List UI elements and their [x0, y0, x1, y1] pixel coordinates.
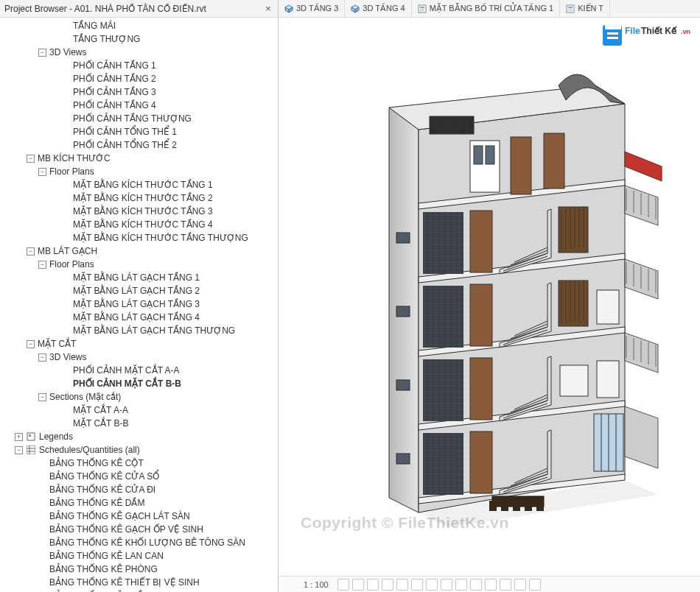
status-bar: 1 : 100	[279, 576, 700, 592]
tree-item[interactable]: BẢNG THỐNG KÊ CỬA SỔ	[3, 470, 278, 483]
tree-item[interactable]: MẶT BẰNG KÍCH THƯỚC TẦNG 2	[3, 191, 278, 205]
tree-group[interactable]: −Sections (Mặt cắt)	[3, 390, 278, 404]
close-icon[interactable]: ×	[263, 4, 273, 14]
tree-item[interactable]: BẢNG THỐNG KÊ LAN CAN	[3, 549, 278, 563]
statusbar-tool-icon[interactable]	[529, 579, 541, 591]
tree-group[interactable]: −Floor Plans	[3, 165, 278, 178]
tree-item[interactable]: BẢNG THỐNG KÊ CỬA ĐI	[3, 483, 278, 496]
tree-item[interactable]: BẢNG THỐNG KÊ GẠCH ỐP VỆ SINH	[3, 523, 278, 536]
statusbar-tool-icon[interactable]	[514, 579, 526, 591]
tree-item[interactable]: PHỐI CẢNH MẶT CẮT A-A	[3, 364, 278, 377]
tree-group[interactable]: −Schedules/Quantities (all)	[3, 443, 278, 457]
statusbar-tool-icon[interactable]	[441, 579, 452, 591]
view-scale[interactable]: 1 : 100	[304, 580, 329, 589]
view-tab-label: MẶT BẰNG BỐ TRÍ CỬA TẦNG 1	[430, 4, 554, 13]
svg-rect-21	[605, 25, 621, 29]
statusbar-tool-icon[interactable]	[426, 579, 438, 591]
tree-item[interactable]: MẶT BẰNG LÁT GẠCH TẦNG 3	[3, 297, 278, 311]
expand-toggle-icon[interactable]: −	[38, 261, 46, 269]
tree-item[interactable]: MẶT BẰNG KÍCH THƯỚC TẦNG 4	[3, 218, 278, 231]
svg-rect-19	[568, 10, 573, 11]
svg-rect-81	[423, 286, 463, 348]
tree-item[interactable]: BẢNG THỐNG KÊ PHÒNG	[3, 563, 278, 576]
expand-toggle-icon[interactable]: −	[27, 340, 35, 348]
expand-toggle-icon[interactable]: −	[38, 49, 46, 57]
statusbar-icons	[337, 579, 541, 591]
model-viewport[interactable]: File Thiết Kế .vn	[279, 18, 700, 576]
tree-item[interactable]: PHỐI CẢNH TẦNG 2	[3, 72, 278, 85]
tree-group[interactable]: −Floor Plans	[3, 258, 278, 271]
svg-rect-104	[597, 361, 619, 398]
view-tab-label: 3D TẦNG 4	[363, 4, 405, 13]
tree-item-label: MẶT BẰNG LÁT GẠCH TẦNG 2	[73, 284, 200, 297]
expand-toggle-icon[interactable]: −	[27, 155, 35, 163]
tree-item[interactable]: BẢNG THỐNG KÊ DẦM	[3, 496, 278, 510]
statusbar-tool-icon[interactable]	[470, 579, 482, 591]
tree-group[interactable]: −MẶT CẮT	[3, 337, 278, 350]
tree-item[interactable]: PHỐI CẢNH TẦNG 3	[3, 85, 278, 99]
tree-item[interactable]: MẶT CẮT A-A	[3, 404, 278, 417]
view-tab[interactable]: 3D TẦNG 4	[345, 0, 411, 17]
tree-item[interactable]: PHỐI CẢNH TẦNG THƯỢNG	[3, 112, 278, 125]
tree-item-label: MẶT BẰNG KÍCH THƯỚC TẦNG 3	[73, 205, 213, 218]
tree-item-label: 3D Views	[49, 46, 86, 59]
statusbar-tool-icon[interactable]	[455, 579, 467, 591]
tree-item[interactable]: BẢNG THỐNG KÊ THIẾT BỊ VỆ SINH	[3, 576, 278, 589]
tree-group[interactable]: −3D Views	[3, 46, 278, 59]
watermark-logo: File Thiết Kế .vn	[603, 24, 697, 50]
view-tab[interactable]: 3D TẦNG 3	[279, 0, 345, 17]
tree-item-label: PHỐI CẢNH TỔNG THỂ 1	[73, 125, 177, 138]
tree-item-label: 3D Views	[49, 350, 86, 364]
project-browser-tree[interactable]: TẦNG MÁITẦNG THƯỢNG−3D ViewsPHỐI CẢNH TẦ…	[0, 18, 278, 592]
view-tab[interactable]: KIẾN T	[560, 0, 610, 17]
tree-group[interactable]: +Legends	[3, 430, 278, 443]
tree-item[interactable]: TẦNG THƯỢNG	[3, 32, 278, 46]
tree-item[interactable]: MẶT BẰNG KÍCH THƯỚC TẦNG 1	[3, 178, 278, 191]
expand-toggle-icon[interactable]: −	[38, 393, 46, 401]
view-tab[interactable]: MẶT BẰNG BỐ TRÍ CỬA TẦNG 1	[412, 0, 561, 17]
view-tabs: 3D TẦNG 33D TẦNG 4MẶT BẰNG BỐ TRÍ CỬA TẦ…	[279, 0, 700, 18]
tree-group[interactable]: −MB KÍCH THƯỚC	[3, 152, 278, 165]
statusbar-tool-icon[interactable]	[411, 579, 423, 591]
statusbar-tool-icon[interactable]	[367, 579, 379, 591]
tree-item[interactable]: PHỐI CẢNH TẦNG 1	[3, 59, 278, 72]
tree-item[interactable]: BẢNG THỐNG KÊ CỘT	[3, 457, 278, 470]
tree-item[interactable]: MẶT BẰNG KÍCH THƯỚC TẦNG 3	[3, 205, 278, 218]
tree-group[interactable]: −3D Views	[3, 350, 278, 364]
tree-item[interactable]: MẶT BẰNG KÍCH THƯỚC TẦNG THƯỢNG	[3, 231, 278, 244]
tree-item[interactable]: BẢNG THỐNG KÊ GẠCH LÁT SÀN	[3, 510, 278, 523]
statusbar-tool-icon[interactable]	[500, 579, 511, 591]
tree-item[interactable]: PHỐI CẢNH TỔNG THỂ 1	[3, 125, 278, 138]
tree-item[interactable]: MẶT BẰNG LÁT GẠCH TẦNG THƯỢNG	[3, 324, 278, 337]
statusbar-tool-icon[interactable]	[352, 579, 364, 591]
tree-item-label: MẶT BẰNG KÍCH THƯỚC TẦNG THƯỢNG	[73, 231, 248, 244]
tree-item[interactable]: MẶT BẰNG LÁT GẠCH TẦNG 2	[3, 284, 278, 297]
tree-item-label: MẶT BẰNG LÁT GẠCH TẦNG 1	[73, 271, 200, 284]
tree-item-label: BẢNG THỐNG KÊ GẠCH LÁT SÀN	[49, 510, 190, 523]
tree-item[interactable]: PHỐI CẢNH TỔNG THỂ 2	[3, 138, 278, 152]
tree-item[interactable]: MẶT BẰNG LÁT GẠCH TẦNG 4	[3, 311, 278, 324]
statusbar-tool-icon[interactable]	[337, 579, 349, 591]
tree-item[interactable]: MẶT CẮT B-B	[3, 417, 278, 430]
tree-item[interactable]: PHỐI CẢNH TẦNG 4	[3, 99, 278, 112]
watermark-text: Copyright © FileThietKe.vn	[301, 514, 509, 532]
statusbar-tool-icon[interactable]	[396, 579, 408, 591]
tree-item[interactable]: BẢNG THỐNG KÊ KHỐI LƯỢNG BÊ TÔNG SÀN	[3, 536, 278, 549]
tree-item[interactable]: BẢNG THỐNG KÊ TRẦN	[3, 589, 278, 592]
expand-toggle-icon[interactable]: −	[38, 168, 46, 176]
statusbar-tool-icon[interactable]	[382, 579, 393, 591]
tree-item[interactable]: PHỐI CẢNH MẶT CẮT B-B	[3, 377, 278, 390]
expand-toggle-icon[interactable]: +	[15, 433, 23, 441]
tree-item[interactable]: MẶT BẰNG LÁT GẠCH TẦNG 1	[3, 271, 278, 284]
expand-toggle-icon[interactable]: −	[38, 353, 46, 362]
expand-toggle-icon[interactable]: −	[27, 247, 35, 256]
tree-group[interactable]: −MB LÁT GẠCH	[3, 244, 278, 258]
svg-rect-14	[420, 9, 424, 10]
cube-3d-icon	[284, 4, 293, 13]
tree-item-label: MẶT CẮT B-B	[73, 417, 129, 430]
tree-item-label: BẢNG THỐNG KÊ CỘT	[49, 457, 144, 470]
statusbar-tool-icon[interactable]	[485, 579, 497, 591]
tree-item[interactable]: TẦNG MÁI	[3, 19, 278, 32]
expand-toggle-icon[interactable]: −	[15, 446, 23, 454]
tree-item-label: MẶT BẰNG LÁT GẠCH TẦNG 3	[73, 297, 200, 311]
